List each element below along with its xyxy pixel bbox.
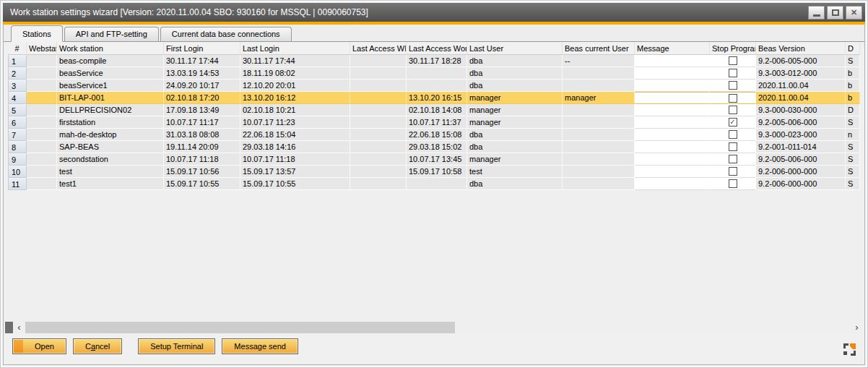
- cell-last_access_web[interactable]: [350, 153, 407, 166]
- cell-last_access_web[interactable]: [350, 178, 407, 190]
- table-row[interactable]: 11test115.09.17 10:5515.09.17 10:55dba9.…: [8, 178, 860, 190]
- row-number[interactable]: 9: [8, 153, 27, 166]
- cell-last_user[interactable]: dba: [467, 141, 563, 153]
- stop-program-cell[interactable]: ✓: [710, 116, 756, 129]
- cell-last_user[interactable]: dba: [467, 67, 563, 80]
- cell-webstatus[interactable]: [27, 153, 57, 166]
- open-button[interactable]: Open: [12, 338, 66, 354]
- column-header-first_login[interactable]: First Login: [164, 42, 240, 55]
- stop-program-checkbox[interactable]: [729, 56, 737, 65]
- cell-d[interactable]: S: [846, 153, 860, 166]
- table-row[interactable]: 8SAP-BEAS19.11.14 20:0929.03.18 14:1629.…: [8, 141, 860, 153]
- message-field[interactable]: [635, 129, 710, 141]
- cell-d[interactable]: S: [846, 141, 860, 153]
- cell-work_station[interactable]: secondstation: [57, 153, 164, 166]
- cell-last_access_web[interactable]: [350, 55, 407, 67]
- cell-last_access_work[interactable]: 10.07.17 11:37: [407, 116, 467, 129]
- cell-webstatus[interactable]: [27, 67, 57, 80]
- row-number[interactable]: 7: [8, 129, 27, 141]
- maximize-button[interactable]: [827, 6, 843, 20]
- cell-last_login[interactable]: 30.11.17 17:44: [240, 55, 350, 67]
- cell-webstatus[interactable]: [27, 141, 57, 153]
- cell-beas_current_user[interactable]: manager: [563, 92, 635, 104]
- cell-last_login[interactable]: 15.09.17 13:57: [240, 166, 350, 178]
- table-row[interactable]: 1beas-compile30.11.17 17:4430.11.17 17:4…: [8, 55, 860, 67]
- scroll-left-button[interactable]: ‹: [13, 322, 25, 333]
- stop-program-checkbox[interactable]: [729, 155, 737, 163]
- stop-program-cell[interactable]: [710, 153, 756, 166]
- row-number[interactable]: 11: [8, 178, 27, 190]
- cell-last_access_work[interactable]: 29.03.18 15:02: [407, 141, 467, 153]
- column-header-last_login[interactable]: Last Login: [240, 42, 350, 55]
- cell-beas_current_user[interactable]: [563, 141, 635, 153]
- cell-last_access_work[interactable]: 30.11.17 18:28: [407, 55, 467, 67]
- column-header-webstatus[interactable]: Webstatus: [27, 42, 57, 55]
- scrollbar-thumb[interactable]: [25, 322, 455, 333]
- message-field[interactable]: [635, 55, 710, 67]
- cell-work_station[interactable]: beas-compile: [57, 55, 164, 67]
- cell-beas_current_user[interactable]: [563, 153, 635, 166]
- cell-work_station[interactable]: test: [57, 166, 164, 178]
- cell-d[interactable]: S: [846, 55, 860, 67]
- tab-api-and-ftp-setting[interactable]: API and FTP-setting: [64, 27, 159, 41]
- cell-webstatus[interactable]: [27, 116, 57, 129]
- cell-beas_version[interactable]: 9.2-001-011-014: [756, 141, 846, 153]
- cell-last_login[interactable]: 02.10.18 10:21: [240, 104, 350, 116]
- stop-program-checkbox[interactable]: [729, 106, 737, 114]
- cell-first_login[interactable]: 30.11.17 17:44: [164, 55, 240, 67]
- message-field[interactable]: [635, 92, 710, 104]
- cell-last_access_work[interactable]: 02.10.18 14:08: [407, 104, 467, 116]
- row-number[interactable]: 6: [8, 116, 27, 129]
- table-row[interactable]: 6firststation10.07.17 11:1710.07.17 11:2…: [8, 116, 860, 129]
- cell-webstatus[interactable]: [27, 178, 57, 190]
- cell-last_access_web[interactable]: [350, 80, 407, 92]
- column-header-d[interactable]: D: [846, 42, 860, 55]
- stop-program-checkbox[interactable]: [729, 179, 737, 188]
- cell-beas_version[interactable]: 9.2-006-005-000: [756, 55, 846, 67]
- cell-webstatus[interactable]: [27, 166, 57, 178]
- cell-last_user[interactable]: dba: [467, 80, 563, 92]
- column-header-num[interactable]: #: [8, 42, 27, 55]
- scroll-right-button[interactable]: ›: [851, 322, 863, 333]
- table-row[interactable]: 10test15.09.17 10:5615.09.17 13:5715.09.…: [8, 166, 860, 178]
- cell-d[interactable]: S: [846, 166, 860, 178]
- cell-last_login[interactable]: 12.10.20 20:01: [240, 80, 350, 92]
- stop-program-cell[interactable]: [710, 104, 756, 116]
- cell-work_station[interactable]: beasService1: [57, 80, 164, 92]
- table-row[interactable]: 3beasService124.09.20 10:1712.10.20 20:0…: [8, 80, 860, 92]
- stop-program-cell[interactable]: [710, 178, 756, 190]
- setup-terminal-button[interactable]: Setup Terminal: [138, 338, 215, 354]
- cell-d[interactable]: b: [846, 67, 860, 80]
- cell-first_login[interactable]: 31.03.18 08:08: [164, 129, 240, 141]
- cell-webstatus[interactable]: [27, 80, 57, 92]
- stop-program-cell[interactable]: [710, 80, 756, 92]
- cell-first_login[interactable]: 15.09.17 10:55: [164, 178, 240, 190]
- cell-webstatus[interactable]: [27, 129, 57, 141]
- cell-last_access_web[interactable]: [350, 67, 407, 80]
- cell-first_login[interactable]: 10.07.17 11:18: [164, 153, 240, 166]
- cell-last_login[interactable]: 29.03.18 14:16: [240, 141, 350, 153]
- grid-splitter-handle[interactable]: [5, 322, 13, 333]
- stop-program-checkbox[interactable]: [729, 130, 737, 139]
- column-header-beas_version[interactable]: Beas Version: [756, 42, 846, 55]
- cell-last_access_web[interactable]: [350, 92, 407, 104]
- cell-last_access_work[interactable]: [407, 80, 467, 92]
- stop-program-cell[interactable]: [710, 166, 756, 178]
- cell-last_access_work[interactable]: [407, 67, 467, 80]
- cell-work_station[interactable]: SAP-BEAS: [57, 141, 164, 153]
- column-header-message[interactable]: Message: [635, 42, 710, 55]
- row-number[interactable]: 5: [8, 104, 27, 116]
- cell-last_access_web[interactable]: [350, 116, 407, 129]
- cell-beas_version[interactable]: 9.3-000-030-000: [756, 104, 846, 116]
- column-header-last_access_work[interactable]: Last Access Worl: [407, 42, 467, 55]
- cell-beas_current_user[interactable]: [563, 116, 635, 129]
- stop-program-checkbox[interactable]: [729, 142, 737, 151]
- cell-beas_version[interactable]: 9.3-000-023-000: [756, 129, 846, 141]
- cell-webstatus[interactable]: [27, 104, 57, 116]
- message-field[interactable]: [635, 166, 710, 178]
- stop-program-cell[interactable]: [710, 67, 756, 80]
- stop-program-cell[interactable]: [710, 141, 756, 153]
- column-header-last_access_web[interactable]: Last Access WEB: [350, 42, 407, 55]
- cell-beas_version[interactable]: 9.3-003-012-000: [756, 67, 846, 80]
- column-header-last_user[interactable]: Last User: [467, 42, 563, 55]
